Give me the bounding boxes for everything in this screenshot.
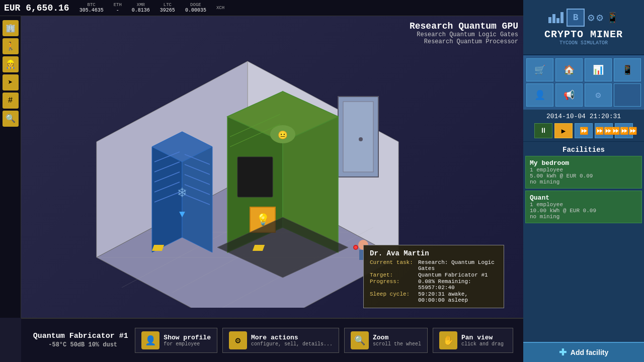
sidebar-zoom-icon[interactable]: 🔍 [3,111,19,127]
facility-bedroom-name: My bedroom [530,159,637,167]
facility-info: Quantum Fabricator #1 -58°C 50dB 10% dus… [31,332,130,349]
tooltip-progress-label: Progress: [370,279,415,291]
show-profile-button[interactable]: 👤 Show profile for employee [135,328,217,353]
play-button[interactable]: ▶ [554,123,573,138]
xmr-name: XMR [137,3,145,8]
eth-val: - [116,8,119,13]
more-actions-text: More actions configure, sell, details... [251,334,333,347]
nav-icons: 🛒 🏠 📊 📱 👤 📢 ⚙️ [523,55,644,110]
gear-icons: ⚙ ⚙ [588,11,603,25]
nav-person-button[interactable]: 👤 [526,83,553,107]
sidebar-building-icon[interactable]: 🏢 [3,20,19,36]
logo-subtitle: TYCOON SIMULATOR [559,40,608,46]
add-icon: ✚ [559,347,567,358]
speed-2x-button[interactable]: ⏩ [575,123,593,138]
tooltip-task-label: Current task: [370,259,415,272]
sidebar-worker-icon[interactable]: 👷 [3,56,19,72]
facility-name: Quantum Fabricator #1 -58°C 50dB 10% dus… [31,332,130,349]
top-bar: EUR 6,650.16 BTC 305.4635 ETH - XMR 0.81… [0,0,523,16]
btc-name: BTC [88,3,96,8]
speed-controls: ⏸ ▶ ⏩ ⏩⏩ ⏩⏩⏩ [526,123,641,138]
nav-empty-button [614,83,641,107]
svg-point-42 [354,246,357,249]
time-controls: 2014-10-04 21:20:31 ⏸ ▶ ⏩ ⏩⏩ ⏩⏩⏩ [523,110,644,142]
nav-megaphone-button[interactable]: 📢 [555,83,583,107]
btc-val: 305.4635 [79,8,104,13]
add-facility-button[interactable]: ✚ Add facility [523,342,644,362]
facility-bedroom-mining: no mining [530,179,637,185]
pause-button[interactable]: ⏸ [534,123,552,138]
svg-text:❄: ❄ [178,186,187,201]
crypto-xmr: XMR 0.8136 [132,3,150,13]
employee-tooltip: Dr. Ava Martin Current task: Research: Q… [363,245,504,308]
tooltip-sleep-value: 59:20:31 awake, 00:00:00 asleep [418,291,498,303]
speed-8x-button[interactable]: ⏩⏩⏩ [615,123,633,138]
tooltip-task-value: Research: Quantum Logic Gates [418,259,498,272]
facilities-section: Facilities My bedroom 1 employee 5.00 kW… [523,142,644,342]
ltc-name: LTC [164,3,172,8]
cooling-unit: ❄ ▼ [152,132,212,252]
bitcoin-b-icon: B [567,9,585,27]
research-sub2: Research Quantum Processor [410,38,518,45]
logo-title: CRYPTO MINER [544,29,623,40]
gear-icon-1: ⚙ [588,11,594,25]
gear-icon-2: ⚙ [597,11,603,25]
nav-stats-button[interactable]: 📊 [585,58,612,81]
facility-bedroom-employees: 1 employee [530,167,637,173]
tooltip-sleep-label: Sleep cycle: [370,291,415,303]
eth-name: ETH [114,3,122,8]
more-actions-button[interactable]: ⚙ More actions configure, sell, details.… [222,328,339,353]
more-actions-icon: ⚙ [229,331,247,349]
zoom-icon: 🔍 [351,331,369,349]
right-panel: B ⚙ ⚙ 📱 CRYPTO MINER TYCOON SIMULATOR 🛒 … [523,0,644,362]
svg-rect-29 [237,157,273,197]
sidebar-walk-icon[interactable]: 🚶 [3,38,19,54]
doge-name: DOGE [190,3,201,8]
crypto-btc: BTC 305.4635 [79,3,104,13]
tooltip-employee-name: Dr. Ava Martin [370,249,498,257]
main-currency: EUR 6,650.16 [4,3,69,13]
bottom-bar: Quantum Fabricator #1 -58°C 50dB 10% dus… [21,318,523,362]
svg-text:▼: ▼ [179,209,185,220]
nav-facility-button[interactable]: 🏠 [555,58,583,81]
pan-view-button[interactable]: ✋ Pan view click and drag [433,328,513,353]
crypto-xch: XCH [216,6,224,11]
svg-point-10 [359,137,363,141]
crypto-ltc: LTC 39265 [160,3,175,13]
logo-area: B ⚙ ⚙ 📱 CRYPTO MINER TYCOON SIMULATOR [523,0,644,55]
bar-chart-icon [548,12,564,23]
facility-card-bedroom[interactable]: My bedroom 1 employee 5.00 kWh @ EUR 0.0… [525,156,642,189]
crypto-doge: DOGE 0.00035 [185,3,206,13]
nav-settings-button[interactable]: ⚙️ [585,83,612,107]
facility-bedroom-power: 5.00 kWh @ EUR 0.09 [530,173,637,179]
pan-icon: ✋ [439,331,457,349]
facility-quant-mining: no mining [530,214,637,220]
speed-4x-button[interactable]: ⏩⏩ [595,123,613,138]
ltc-val: 39265 [160,8,175,13]
show-profile-icon: 👤 [141,331,159,349]
nav-phone-button[interactable]: 📱 [614,58,641,81]
add-facility-label: Add facility [571,348,608,356]
tooltip-progress-value: 0.08% Remaining: 55957:02:40 [418,279,498,291]
show-profile-text: Show profile for employee [164,334,211,347]
facility-quant-name: Quant [530,194,637,202]
zoom-text: Zoom scroll the wheel [373,334,421,347]
research-panel: Research Quantum GPU Research Quantum Lo… [410,21,518,45]
xch-name: XCH [216,6,224,11]
phone-icon: 📱 [606,12,619,24]
sidebar-arrow-icon[interactable]: ➤ [3,74,19,90]
svg-text:😐: 😐 [278,130,288,140]
pan-text: Pan view click and drag [461,334,504,347]
facility-quant-power: 10.00 kWh @ EUR 0.09 [530,208,637,214]
game-area: Research Quantum GPU Research Quantum Lo… [21,16,523,318]
doge-val: 0.00035 [185,8,206,13]
facilities-title: Facilities [525,144,642,156]
facility-card-quant[interactable]: Quant 1 employee 10.00 kWh @ EUR 0.09 no… [525,191,642,223]
crypto-eth: ETH - [114,3,122,13]
nav-shop-button[interactable]: 🛒 [526,58,553,81]
facility-quant-employees: 1 employee [530,202,637,208]
zoom-button[interactable]: 🔍 Zoom scroll the wheel [344,328,428,353]
left-sidebar: 🏢 🚶 👷 ➤ # 🔍 [0,16,21,318]
xmr-val: 0.8136 [132,8,150,13]
sidebar-hash-icon[interactable]: # [3,93,19,109]
